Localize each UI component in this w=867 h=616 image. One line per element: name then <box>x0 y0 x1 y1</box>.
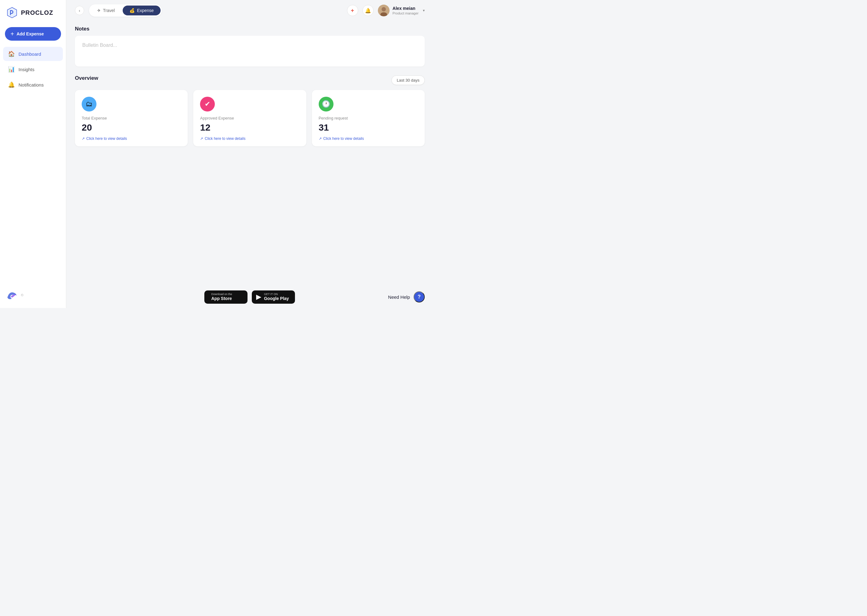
arrow-icon: ↗ <box>82 137 85 141</box>
last-days-badge: Last 30 days <box>391 75 425 85</box>
user-name: Alex meian <box>393 6 419 11</box>
sidebar-item-insights[interactable]: 📊 Insights <box>3 62 63 76</box>
approved-expense-icon-circle: ✔ <box>200 97 215 112</box>
sidebar: PROCLOZ + Add Expense 🏠 Dashboard 📊 Insi… <box>0 0 66 308</box>
topbar-actions: + 🔔 Alex meian Product manager ▾ <box>347 5 425 16</box>
app-store-bottom-label: App Store <box>211 296 232 301</box>
sidebar-footer: © <box>0 282 66 308</box>
google-play-top-label: GET IT ON <box>264 293 289 296</box>
insights-icon: 📊 <box>8 66 15 73</box>
total-expense-value: 20 <box>82 122 181 133</box>
app-store-top-label: Download on the <box>211 293 232 296</box>
user-info: Alex meian Product manager <box>393 6 419 16</box>
app-badges: Download on the App Store ▶ GET IT ON Go… <box>191 291 308 304</box>
sidebar-item-label-insights: Insights <box>19 67 35 72</box>
pending-request-label: Pending request <box>319 116 418 120</box>
stat-card-pending-request: 🕐 Pending request 31 ↗ Click here to vie… <box>312 90 425 146</box>
footer: Download on the App Store ▶ GET IT ON Go… <box>66 286 434 308</box>
arrow-icon-2: ↗ <box>200 137 203 141</box>
svg-point-2 <box>381 7 386 11</box>
sidebar-item-label-notifications: Notifications <box>19 82 44 88</box>
pending-request-link-text: Click here to view details <box>323 137 364 141</box>
user-area[interactable]: Alex meian Product manager ▾ <box>378 5 425 16</box>
svg-marker-0 <box>7 7 17 18</box>
add-expense-button[interactable]: + Add Expense <box>5 27 61 41</box>
arrow-icon-3: ↗ <box>319 137 322 141</box>
notes-section-title: Notes <box>75 26 425 32</box>
sidebar-item-dashboard[interactable]: 🏠 Dashboard <box>3 47 63 61</box>
approved-expense-value: 12 <box>200 122 299 133</box>
google-play-bottom-label: Google Play <box>264 296 289 301</box>
approved-expense-link-text: Click here to view details <box>205 137 245 141</box>
total-expense-icon: 🗂 <box>86 100 93 108</box>
overview-header: Overview Last 30 days <box>75 75 425 85</box>
pending-request-icon-circle: 🕐 <box>319 97 334 112</box>
pending-request-icon: 🕐 <box>322 100 330 108</box>
bell-icon: 🔔 <box>8 81 15 88</box>
collapse-icon: ‹ <box>79 8 80 13</box>
notes-placeholder: Bulletin Board... <box>82 42 117 48</box>
add-expense-label: Add Expense <box>17 31 44 36</box>
sidebar-item-label-dashboard: Dashboard <box>19 52 41 57</box>
user-role: Product manager <box>393 11 419 16</box>
total-expense-label: Total Expense <box>82 116 181 120</box>
total-expense-link-text: Click here to view details <box>86 137 127 141</box>
approved-expense-details-link[interactable]: ↗ Click here to view details <box>200 137 299 141</box>
overview-section: Overview Last 30 days 🗂 Total Expense 20… <box>75 75 425 146</box>
stat-cards-row: 🗂 Total Expense 20 ↗ Click here to view … <box>75 90 425 146</box>
stat-card-total-expense: 🗂 Total Expense 20 ↗ Click here to view … <box>75 90 188 146</box>
tab-travel-label: Travel <box>103 8 115 13</box>
help-button[interactable]: ? <box>414 291 425 302</box>
footer-copy: © <box>21 293 24 297</box>
main-wrapper: ‹ ✈ Travel 💰 Expense + 🔔 <box>66 0 434 308</box>
travel-icon: ✈ <box>97 8 101 13</box>
chevron-down-icon: ▾ <box>423 8 425 13</box>
tabs-group: ✈ Travel 💰 Expense <box>89 4 162 17</box>
notification-bell-icon: 🔔 <box>365 8 371 14</box>
stat-card-approved-expense: ✔ Approved Expense 12 ↗ Click here to vi… <box>193 90 306 146</box>
app-store-badge[interactable]: Download on the App Store <box>204 291 247 304</box>
approved-expense-icon: ✔ <box>205 100 210 108</box>
page-content: Notes Bulletin Board... Overview Last 30… <box>66 21 434 286</box>
help-icon: ? <box>418 294 421 300</box>
overview-section-title: Overview <box>75 75 98 81</box>
pending-request-details-link[interactable]: ↗ Click here to view details <box>319 137 418 141</box>
total-expense-icon-circle: 🗂 <box>82 97 96 112</box>
plus-icon: + <box>11 31 14 37</box>
collapse-sidebar-button[interactable]: ‹ <box>75 6 84 15</box>
app-store-text: Download on the App Store <box>211 293 232 301</box>
tab-expense-label: Expense <box>137 8 153 13</box>
approved-expense-label: Approved Expense <box>200 116 299 120</box>
google-play-badge[interactable]: ▶ GET IT ON Google Play <box>252 291 295 304</box>
home-icon: 🏠 <box>8 50 15 57</box>
logo-area: PROCLOZ <box>0 0 66 25</box>
notes-section: Notes Bulletin Board... <box>75 26 425 66</box>
topbar: ‹ ✈ Travel 💰 Expense + 🔔 <box>66 0 434 21</box>
avatar-image <box>378 5 389 16</box>
footer-right: Need Help ? <box>308 291 425 302</box>
total-expense-details-link[interactable]: ↗ Click here to view details <box>82 137 181 141</box>
footer-brand-icon <box>5 288 19 302</box>
notification-bell-button[interactable]: 🔔 <box>363 5 374 16</box>
sidebar-nav: 🏠 Dashboard 📊 Insights 🔔 Notifications <box>0 47 66 92</box>
expense-icon: 💰 <box>129 8 135 13</box>
google-play-text: GET IT ON Google Play <box>264 293 289 301</box>
need-help-text: Need Help <box>388 294 410 300</box>
tab-expense[interactable]: 💰 Expense <box>123 6 160 16</box>
notes-card[interactable]: Bulletin Board... <box>75 36 425 66</box>
pending-request-value: 31 <box>319 122 418 133</box>
add-icon-button[interactable]: + <box>347 5 358 16</box>
google-play-icon: ▶ <box>256 293 262 301</box>
sidebar-item-notifications[interactable]: 🔔 Notifications <box>3 78 63 92</box>
logo-icon <box>6 7 18 19</box>
add-icon: + <box>351 7 354 14</box>
avatar <box>378 5 389 16</box>
logo-text: PROCLOZ <box>21 9 53 16</box>
tab-travel[interactable]: ✈ Travel <box>90 6 121 16</box>
